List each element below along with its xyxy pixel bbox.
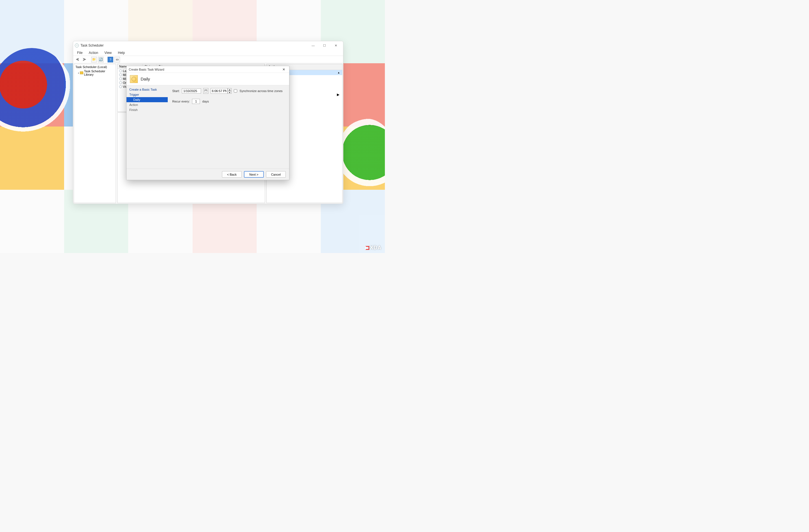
menubar: File Action View Help [73, 50, 343, 56]
menu-file[interactable]: File [76, 50, 84, 55]
clock-icon [119, 78, 122, 80]
recur-label: Recur every: [172, 100, 190, 103]
wizard-steps: Create a Basic Task Trigger Daily Action… [126, 85, 168, 169]
step-create-basic-task[interactable]: Create a Basic Task [126, 87, 168, 92]
next-button[interactable]: Next > [244, 171, 264, 177]
tree-library[interactable]: › Task Scheduler Library [78, 69, 115, 76]
start-time-input[interactable] [211, 88, 228, 94]
recur-unit: days [202, 100, 209, 103]
xda-logo-icon [365, 246, 369, 250]
xda-watermark: XDA [365, 245, 381, 251]
clock-icon [119, 69, 122, 72]
toolbar-btn-4[interactable]: ▭ [114, 57, 120, 63]
clock-icon [75, 44, 79, 48]
tree-library-label: Task Scheduler Library [84, 69, 115, 76]
dialog-header: Daily [126, 73, 289, 85]
nav-back-button[interactable]: ⮜ [75, 57, 81, 62]
time-spin-down[interactable]: ▼ [228, 91, 231, 94]
menu-view[interactable]: View [103, 50, 113, 55]
maximize-button[interactable]: ☐ [319, 42, 330, 49]
start-label: Start: [172, 89, 179, 92]
close-button[interactable]: ✕ [330, 42, 341, 49]
titlebar[interactable]: Task Scheduler — ☐ ✕ [73, 41, 343, 50]
wizard-form: Start: ▲ ▼ Synchronize across time zones… [168, 85, 289, 169]
toolbar-help-button[interactable]: ? [108, 57, 113, 63]
recur-every-input[interactable] [192, 99, 200, 104]
nav-forward-button[interactable]: ⮞ [82, 57, 87, 62]
dialog-title: Create Basic Task Wizard [129, 68, 164, 71]
minimize-button[interactable]: — [308, 42, 319, 49]
dialog-close-button[interactable]: ✕ [281, 68, 287, 71]
create-basic-task-wizard: Create Basic Task Wizard ✕ Daily Create … [126, 66, 289, 180]
svg-rect-0 [204, 90, 207, 92]
cancel-button[interactable]: Cancel [266, 171, 286, 177]
sync-timezones-checkbox[interactable] [234, 89, 237, 92]
wizard-heading: Daily [141, 76, 150, 81]
menu-action[interactable]: Action [88, 50, 99, 55]
time-spin-up[interactable]: ▲ [228, 88, 231, 91]
collapse-icon: ▲ [338, 71, 340, 74]
dialog-titlebar[interactable]: Create Basic Task Wizard ✕ [126, 66, 289, 73]
step-daily[interactable]: Daily [126, 97, 168, 102]
tree-pane[interactable]: Task Scheduler (Local) › Task Scheduler … [74, 64, 116, 203]
clock-icon [119, 81, 122, 84]
start-date-input[interactable] [182, 88, 201, 93]
tree-root[interactable]: Task Scheduler (Local) [74, 65, 115, 69]
clock-icon [119, 85, 122, 88]
tree-root-label: Task Scheduler (Local) [75, 65, 107, 69]
folder-icon [80, 71, 83, 74]
window-title: Task Scheduler [81, 44, 104, 48]
step-trigger[interactable]: Trigger [126, 92, 168, 97]
toolbar-btn-1[interactable]: 📁 [91, 57, 97, 63]
step-finish: Finish [126, 107, 168, 113]
back-button[interactable]: < Back [222, 171, 242, 177]
wizard-icon [130, 75, 138, 83]
dialog-footer: < Back Next > Cancel [126, 169, 289, 180]
step-action: Action [126, 102, 168, 107]
toolbar-btn-2[interactable]: 🔄 [98, 57, 104, 63]
calendar-button[interactable] [203, 88, 208, 94]
menu-help[interactable]: Help [117, 50, 126, 55]
toolbar: ⮜ ⮞ 📁 🔄 ? ▭ [73, 56, 343, 63]
sync-timezones-label: Synchronize across time zones [239, 89, 282, 92]
calendar-icon [204, 89, 207, 92]
clock-icon [119, 73, 122, 76]
